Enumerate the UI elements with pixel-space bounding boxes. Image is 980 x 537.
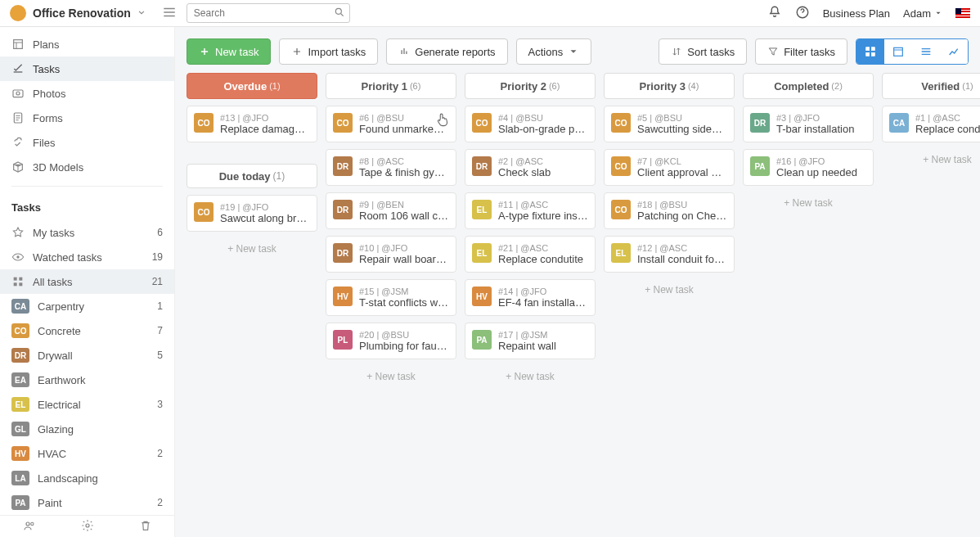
trade-drywall[interactable]: DR Drywall 5 (0, 343, 174, 368)
task-meta: #6 | @BSU (359, 113, 449, 123)
task-meta: #3 | @JFO (776, 113, 866, 123)
filter-watched-tasks[interactable]: Watched tasks 19 (0, 245, 174, 269)
trade-paint[interactable]: PA Paint 2 (0, 490, 174, 515)
trade-hvac[interactable]: HV HVAC 2 (0, 441, 174, 466)
task-card[interactable]: DR #10 | @JFO Repair wall boar… (326, 236, 456, 273)
task-card[interactable]: CO #5 | @BSU Sawcutting side… (604, 106, 735, 142)
sort-tasks-button[interactable]: Sort tasks (659, 38, 747, 65)
task-card[interactable]: HV #14 | @JFO EF-4 fan installati… (465, 279, 596, 316)
trash-icon[interactable] (139, 519, 152, 535)
task-card[interactable]: CO #4 | @BSU Slab-on-grade po… (465, 106, 596, 142)
add-task-hint[interactable]: + New task (743, 192, 874, 214)
add-task-hint[interactable]: + New task (882, 149, 980, 170)
trade-electrical[interactable]: EL Electrical 3 (0, 392, 174, 417)
trade-earthwork[interactable]: EA Earthwork (0, 368, 174, 392)
task-card[interactable]: CO #19 | @JFO Sawcut along brea… (187, 195, 317, 232)
task-card[interactable]: CO #7 | @KCL Client approval o… (604, 149, 735, 186)
trade-badge: EA (11, 372, 29, 387)
trade-count: 1 (157, 300, 163, 312)
nav-photos[interactable]: Photos (0, 81, 174, 106)
add-task-hint[interactable]: + New task (187, 238, 317, 259)
filter-all-tasks[interactable]: All tasks 21 (0, 269, 174, 294)
search-input[interactable] (187, 3, 350, 23)
column-header[interactable]: Priority 3 (4) (604, 73, 735, 99)
column-header[interactable]: Priority 2 (6) (465, 73, 596, 99)
svg-rect-7 (19, 278, 22, 281)
actions-dropdown[interactable]: Actions (516, 38, 592, 65)
user-menu[interactable]: Adam (903, 7, 942, 20)
column-title: Priority 2 (501, 80, 546, 93)
task-card[interactable]: EL #12 | @ASC Install conduit fo… (604, 236, 735, 273)
task-card[interactable]: DR #8 | @ASC Tape & finish gyp … (326, 149, 456, 186)
nav-files-label: Files (33, 137, 55, 149)
column-header[interactable]: Completed (2) (743, 73, 874, 99)
filter-count: 19 (152, 251, 163, 263)
task-card[interactable]: DR #3 | @JFO T-bar installation (743, 106, 874, 142)
nav-3d-models[interactable]: 3D Models (0, 155, 174, 179)
task-card[interactable]: CO #13 | @JFO Replace damaged… (187, 106, 317, 142)
search-input-wrapper (187, 3, 350, 23)
add-task-hint[interactable]: + New task (326, 366, 456, 387)
trade-label: HVAC (38, 448, 66, 460)
task-meta: #5 | @BSU (637, 113, 727, 123)
task-card[interactable]: EL #21 | @ASC Replace condutite (465, 236, 596, 273)
filter-tasks-button[interactable]: Filter tasks (755, 38, 847, 65)
nav-tasks[interactable]: Tasks (0, 56, 174, 81)
trade-chip: PL (333, 330, 353, 350)
project-name[interactable]: Office Renovation (33, 7, 131, 20)
task-title: Patching on Ches… (637, 210, 727, 222)
search-icon[interactable] (334, 7, 345, 20)
view-list-button[interactable] (912, 39, 940, 64)
column-verified: Verified (1) CA #1 | @ASC Replace condut… (882, 73, 980, 170)
task-card[interactable]: PA #17 | @JSM Repaint wall (465, 323, 596, 359)
view-grid-button[interactable] (856, 39, 884, 64)
trade-landscaping[interactable]: LA Landscaping (0, 466, 174, 490)
add-task-hint[interactable]: + New task (604, 279, 735, 300)
view-chart-button[interactable] (940, 39, 968, 64)
task-card[interactable]: CO #6 | @BSU Found unmarke… (326, 106, 456, 142)
column-header[interactable]: Verified (1) (882, 73, 980, 99)
nav-tasks-label: Tasks (33, 63, 60, 75)
task-card[interactable]: PA #16 | @JFO Clean up needed (743, 149, 874, 186)
column-header[interactable]: Priority 1 (6) (326, 73, 456, 99)
import-tasks-button[interactable]: Import tasks (279, 38, 378, 65)
new-task-button[interactable]: New task (187, 38, 271, 65)
trade-label: Paint (38, 497, 62, 509)
column-subheader[interactable]: Due today (1) (187, 164, 317, 188)
trade-label: Landscaping (38, 472, 98, 485)
nav-forms[interactable]: Forms (0, 106, 174, 130)
trade-concrete[interactable]: CO Concrete 7 (0, 318, 174, 343)
task-card[interactable]: CA #1 | @ASC Replace condutite (882, 106, 980, 142)
task-card[interactable]: HV #15 | @JSM T-stat conflicts w… (326, 279, 456, 316)
task-card[interactable]: DR #2 | @ASC Check slab (465, 149, 596, 186)
bell-icon[interactable] (767, 5, 782, 22)
task-card[interactable]: CO #18 | @BSU Patching on Ches… (604, 192, 735, 229)
view-calendar-button[interactable] (884, 39, 912, 64)
menu-toggle-icon[interactable] (162, 5, 177, 22)
task-meta: #13 | @JFO (220, 113, 310, 123)
task-card[interactable]: EL #11 | @ASC A-type fixture ins… (465, 192, 596, 229)
task-card[interactable]: DR #9 | @BEN Room 106 wall c… (326, 192, 456, 229)
trade-label: Carpentry (38, 300, 84, 313)
help-icon[interactable] (795, 5, 810, 22)
generate-reports-button[interactable]: Generate reports (386, 38, 507, 65)
plan-link[interactable]: Business Plan (823, 7, 890, 20)
filter-my-tasks[interactable]: My tasks 6 (0, 220, 174, 245)
chevron-down-icon[interactable] (136, 7, 147, 20)
trade-glazing[interactable]: GL Glazing (0, 417, 174, 441)
trade-carpentry[interactable]: CA Carpentry 1 (0, 294, 174, 318)
nav-plans[interactable]: Plans (0, 32, 174, 56)
nav-files[interactable]: Files (0, 130, 174, 155)
add-task-hint[interactable]: + New task (465, 366, 596, 387)
people-icon[interactable] (23, 519, 36, 535)
gear-icon[interactable] (81, 519, 94, 535)
trade-chip: PA (750, 156, 770, 176)
trade-chip: CO (611, 200, 631, 219)
task-card[interactable]: PL #20 | @BSU Plumbing for fau… (326, 323, 456, 359)
task-title: Replace damaged… (220, 123, 310, 135)
toolbar: New task Import tasks Generate reports A… (175, 27, 980, 73)
column-header[interactable]: Overdue (1) (187, 73, 317, 99)
column-count: (6) (410, 81, 420, 91)
flag-us-icon[interactable] (955, 8, 970, 18)
trade-count: 5 (157, 350, 163, 361)
